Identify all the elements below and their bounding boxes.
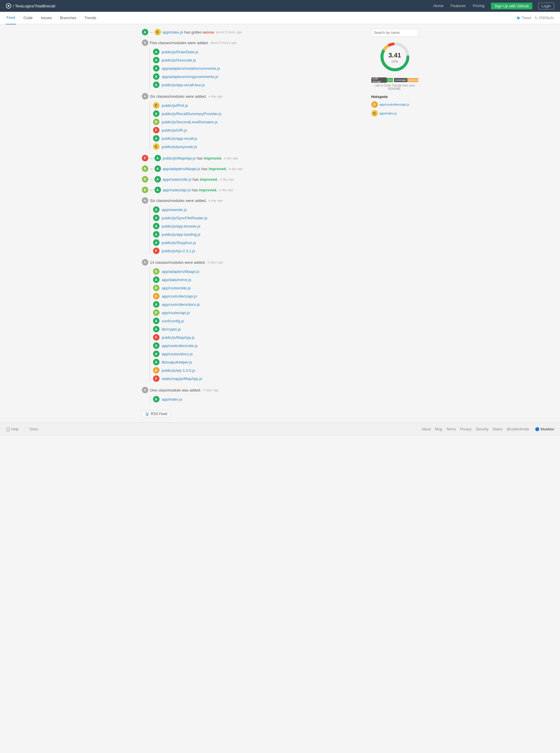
item-file-link[interactable]: app/newrelic.js xyxy=(162,207,187,212)
item-grade: C xyxy=(153,143,160,150)
file-link[interactable]: app/index.js xyxy=(163,30,183,35)
footer-link[interactable]: Terms xyxy=(446,427,456,431)
item-file-link[interactable]: app/adapters/models/comments.js xyxy=(162,66,220,71)
item-file-link[interactable]: public/js/URI.js xyxy=(162,128,187,133)
grade-change: F → A xyxy=(142,155,161,161)
footer-link[interactable]: About xyxy=(422,427,431,431)
item-file-link[interactable]: public/js/IPv6.js xyxy=(162,103,188,108)
nav-login[interactable]: Login xyxy=(538,3,554,9)
item-file-link[interactable]: public/js/app-recall.js xyxy=(162,136,197,141)
nav-signup[interactable]: Sign Up with GitHub xyxy=(491,3,532,9)
item-grade: A xyxy=(153,48,160,55)
event-title: public/js/MapApp.js has improved. xyxy=(163,156,222,160)
item-file-link[interactable]: public/js/punycode.js xyxy=(162,144,197,149)
item-grade: F xyxy=(153,127,160,133)
verb: were added. xyxy=(187,41,208,45)
footer-link[interactable]: @codeclimate xyxy=(507,427,529,431)
item-file-link[interactable]: public/js/ejs-1.0.0.js xyxy=(162,368,195,373)
event-title: app/adapters/fdaapi.js has improved. xyxy=(163,166,227,171)
tabs-bar: Feed Code Issues Branches Trends 🐦 Tweet… xyxy=(0,12,560,24)
item-grade: A xyxy=(153,239,160,246)
item-file-link[interactable]: public/js/SyncFileReader.js xyxy=(162,216,207,220)
item-grade: A xyxy=(153,396,160,402)
footer: 📋 Help 📄 Docs AboutBlogTermsPrivacySecur… xyxy=(0,422,560,436)
feed-item: A public/js/Sisyphus.js xyxy=(149,238,365,247)
footer-link[interactable]: Status xyxy=(493,427,503,431)
item-grade: F xyxy=(153,375,160,382)
nav-links: Home Features Pricing Sign Up with GitHu… xyxy=(433,0,554,12)
item-file-link[interactable]: app/routes/site.js xyxy=(162,286,191,290)
item-file-link[interactable]: conf/config.js xyxy=(162,319,184,323)
item-file-link[interactable]: app/routes/docs.js xyxy=(162,352,193,356)
item-file-link[interactable]: app/controllers/site.js xyxy=(162,343,198,348)
item-grade: A xyxy=(153,135,160,142)
verb: has xyxy=(201,166,208,171)
nav-pricing[interactable]: Pricing xyxy=(472,0,485,12)
item-file-link[interactable]: public/js/MapApp.js xyxy=(162,335,195,340)
feed-event: + One class/module was added. 6 days ago… xyxy=(142,387,365,403)
item-file-link[interactable]: public/js/ejs-2.3.1.js xyxy=(162,249,195,253)
hotspot-link[interactable]: app/index.js xyxy=(380,112,397,115)
footer-docs[interactable]: 📄 Docs xyxy=(24,427,38,431)
item-file-link[interactable]: app/index.js xyxy=(162,397,182,401)
footer-help[interactable]: 📋 Help xyxy=(6,427,19,431)
tweet-button[interactable]: 🐦 Tweet xyxy=(517,16,531,20)
code-climate-badge[interactable]: code climate 3.4 xyxy=(372,77,393,83)
nav-features[interactable]: Features xyxy=(450,0,466,12)
coverage-badge[interactable]: coverage unknown xyxy=(394,77,418,83)
item-file-link[interactable]: app/controllers/docs.js xyxy=(162,302,200,307)
hotspot-link[interactable]: app/controllers/api.js xyxy=(380,103,409,106)
file-link[interactable]: public/js/MapApp.js xyxy=(163,156,196,160)
feed-item: A public/js/app-landing.js xyxy=(149,230,365,238)
verb: has xyxy=(197,156,204,160)
item-file-link[interactable]: static/map/js/MapApp.js xyxy=(162,376,202,381)
item-file-link[interactable]: app/adapters/fdaapi.js xyxy=(162,269,200,274)
item-file-link[interactable]: public/js/app-landing.js xyxy=(162,232,201,237)
brand-logo[interactable]: / TeraLogics/TotalBriecall xyxy=(6,3,55,8)
item-file-link[interactable]: public/js/Sisyphus.js xyxy=(162,240,196,245)
item-file-link[interactable]: lib/crypto.js xyxy=(162,327,181,332)
rss-feed-button[interactable]: 📡 RSS Feed xyxy=(142,410,171,417)
hotspot-grade: D xyxy=(372,101,378,108)
item-file-link[interactable]: public/js/RecallSummaryProvider.js xyxy=(162,112,222,116)
badge-label: code climate xyxy=(372,77,387,83)
badge-readme-link[interactable]: Link to Code Climate from your README. xyxy=(372,84,418,91)
item-file-link[interactable]: lib/outputHelper.js xyxy=(162,360,192,364)
file-link[interactable]: app/routes/site.js xyxy=(163,177,192,182)
direction: improved. xyxy=(199,188,217,192)
feed-item: B app/adapters/fdaapi.js xyxy=(149,267,365,276)
tab-feed[interactable]: Feed xyxy=(6,12,16,24)
tab-code[interactable]: Code xyxy=(23,12,33,24)
nav-home[interactable]: Home xyxy=(433,0,444,12)
verb: were added. xyxy=(184,260,206,265)
item-file-link[interactable]: public/js/DrawState.js xyxy=(162,50,198,54)
tab-trends[interactable]: Trends xyxy=(84,12,97,24)
item-file-link[interactable]: public/js/SecondLevelDomains.js xyxy=(162,120,218,124)
badges-row: code climate 3.4 coverage unknown xyxy=(372,77,418,83)
feed-item: A public/js/app-recall-tour.js xyxy=(149,81,365,89)
verb: were added. xyxy=(186,94,207,99)
event-title: Six classes/modules were added. xyxy=(150,94,207,99)
footer-link[interactable]: Privacy xyxy=(460,427,472,431)
item-file-link[interactable]: public/js/app-recall-tour.js xyxy=(162,83,205,87)
footer-link[interactable]: Blog xyxy=(435,427,442,431)
from-grade: F xyxy=(142,155,148,161)
footer-link[interactable]: Security xyxy=(476,427,488,431)
item-file-link[interactable]: public/js/Geocode.js xyxy=(162,58,196,62)
item-file-link[interactable]: app/routes/api.js xyxy=(162,311,190,315)
feed-event-header: B → A app/routes/api.js has improved. a … xyxy=(142,186,365,193)
tab-issues[interactable]: Issues xyxy=(40,12,53,24)
item-grade: A xyxy=(153,57,160,63)
feed-item: A app/newrelic.js xyxy=(149,205,365,214)
search-input[interactable] xyxy=(372,29,418,37)
item-file-link[interactable]: app/adapters/mongocomments.js xyxy=(162,75,218,79)
item-file-link[interactable]: public/js/app-browse.js xyxy=(162,224,201,229)
file-link[interactable]: app/routes/api.js xyxy=(163,188,191,192)
item-file-link[interactable]: app/data/mirror.js xyxy=(162,278,191,282)
tab-branches[interactable]: Branches xyxy=(59,12,77,24)
event-title: Five classes/modules were added. xyxy=(150,41,208,45)
file-link[interactable]: app/adapters/fdaapi.js xyxy=(163,166,200,171)
label: classes/modules xyxy=(156,198,186,203)
event-title: 14 classes/modules were added. xyxy=(150,260,206,265)
item-file-link[interactable]: app/controllers/api.js xyxy=(162,294,197,298)
